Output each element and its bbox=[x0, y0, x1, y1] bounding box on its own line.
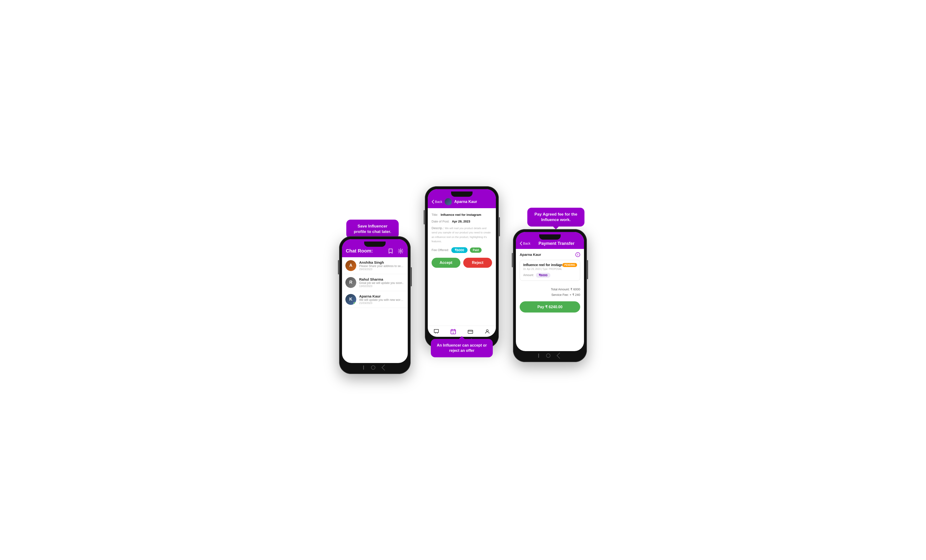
offer-title-field: Title: Influence reel for instagram bbox=[431, 212, 492, 217]
bubble-left: Save Influencer profile to chat later. bbox=[346, 219, 399, 239]
reject-button[interactable]: Reject bbox=[463, 258, 492, 268]
amount-row: Amount: ₹6000 bbox=[523, 273, 576, 278]
phone-notch-left bbox=[364, 242, 386, 247]
payment-body: Aparna Kaur i Influence reel for instagr… bbox=[516, 249, 584, 316]
settings-icon[interactable] bbox=[397, 248, 404, 254]
offer-date-field: Date of Post: Apr 29, 2023 bbox=[431, 219, 492, 223]
total-label: Total Amount: bbox=[551, 288, 570, 291]
chat-item-rahul[interactable]: R Rahul Sharma Great job we will update … bbox=[342, 274, 408, 291]
scene: Save Influencer profile to chat later. C… bbox=[296, 186, 630, 374]
chat-preview-aparna: We will update you with new work Soo... bbox=[359, 298, 404, 301]
date-value: Apr 29, 2023 bbox=[452, 219, 471, 223]
payment-user-row: Aparna Kaur i bbox=[520, 252, 580, 257]
paid-badge: Paid bbox=[470, 247, 481, 253]
bottom-indicator bbox=[363, 365, 364, 370]
title-value: Influence reel for instagram bbox=[440, 213, 481, 216]
info-icon[interactable]: i bbox=[575, 252, 580, 257]
close-icon[interactable]: × bbox=[556, 262, 558, 266]
bookmark-icon[interactable] bbox=[387, 248, 394, 254]
accept-button[interactable]: Accept bbox=[431, 258, 460, 268]
phone-left-bottom bbox=[342, 363, 408, 371]
offer-header-user: Aparna Kaur bbox=[454, 200, 492, 204]
payment-title: Payment Transfer bbox=[533, 241, 580, 246]
bubble-right: Pay Agreed fee for the Influence work. bbox=[527, 208, 584, 227]
service-fee-value: + ₹ 240 bbox=[569, 293, 580, 297]
phone-center-frame: Back Aparna Kaur Title: Influence reel f… bbox=[425, 186, 499, 348]
payment-user-name: Aparna Kaur bbox=[520, 253, 541, 257]
total-amount-row: Total Amount: ₹ 6000 bbox=[520, 286, 580, 292]
payment-summary: Total Amount: ₹ 6000 Service Fee: + ₹ 24… bbox=[520, 286, 580, 298]
offer-action-row: Accept Reject bbox=[431, 258, 492, 268]
chat-item-anshika[interactable]: A Anshika Singh Please Share your addres… bbox=[342, 257, 408, 274]
fee-label: Fee Offered: bbox=[431, 248, 449, 252]
pending-badge: PENDING bbox=[562, 263, 577, 267]
calendar-nav-icon[interactable]: 8 bbox=[450, 328, 457, 335]
online-indicator-aparna bbox=[353, 302, 356, 304]
chat-item-aparna[interactable]: K Aparna Kaur We will update you with ne… bbox=[342, 291, 408, 308]
amount-value: ₹6000 bbox=[536, 273, 551, 278]
chat-info-anshika: Anshika Singh Please Share your address … bbox=[359, 260, 404, 271]
bubble-center: An Influencer can accept or reject an of… bbox=[431, 339, 493, 357]
desc-label: Descrip.: bbox=[431, 226, 444, 230]
phone-center-column: Back Aparna Kaur Title: Influence reel f… bbox=[425, 186, 499, 355]
phone-notch-right bbox=[539, 235, 561, 240]
phone-left-frame: Chat Room: bbox=[339, 236, 411, 374]
chat-list: A Anshika Singh Please Share your addres… bbox=[342, 257, 408, 308]
date-label: Date of Post: bbox=[431, 219, 449, 223]
bottom-chevron bbox=[381, 365, 387, 371]
phone-right-bottom bbox=[516, 351, 584, 359]
payment-card: Influence reel for instagram PENDING Dt.… bbox=[520, 260, 580, 281]
chat-time-anshika: 29/03/2023 bbox=[359, 268, 404, 271]
svg-point-4 bbox=[486, 330, 488, 331]
service-fee-row: Service Fee: + ₹ 240 bbox=[520, 292, 580, 298]
chat-time-aparna: 21/03/2023 bbox=[359, 301, 404, 304]
fee-badge: ₹6000 bbox=[451, 247, 468, 253]
phone-right-screen: Back Payment Transfer Aparna Kaur i Infl… bbox=[516, 232, 584, 351]
service-fee-label: Service Fee: bbox=[551, 293, 569, 297]
svg-rect-3 bbox=[468, 330, 473, 333]
chat-nav-icon[interactable] bbox=[433, 328, 440, 335]
avatar-rahul: R bbox=[345, 277, 356, 288]
chat-preview-rahul: Great job we will update you soon.. bbox=[359, 281, 404, 285]
profile-nav-icon[interactable] bbox=[484, 328, 491, 335]
back-button-right[interactable]: Back bbox=[520, 242, 530, 245]
offer-body: Title: Influence reel for instagram Date… bbox=[428, 208, 496, 272]
avatar-aparna: K bbox=[345, 294, 356, 305]
bottom-circle-r bbox=[546, 354, 551, 358]
chat-name-aparna: Aparna Kaur bbox=[359, 294, 404, 298]
offer-desc-field: Descrip.: We will mail you product detai… bbox=[431, 226, 492, 244]
amount-label: Amount: bbox=[523, 274, 534, 277]
bottom-indicator-r bbox=[538, 354, 539, 358]
phone-right-column: Pay Agreed fee for the Influence work. B… bbox=[513, 205, 587, 362]
title-label: Title: bbox=[431, 213, 438, 216]
header-avatar-center bbox=[445, 198, 452, 205]
phone-left-column: Save Influencer profile to chat later. C… bbox=[339, 215, 411, 374]
back-button-center[interactable]: Back bbox=[431, 200, 442, 204]
back-label-right: Back bbox=[523, 242, 530, 245]
back-label-center: Back bbox=[435, 200, 442, 204]
header-icons bbox=[387, 248, 404, 254]
total-value: ₹ 6000 bbox=[570, 288, 580, 291]
svg-point-0 bbox=[400, 250, 401, 252]
payment-card-meta: Dt. Apr 29, 2023 | Type: PROPOSAL bbox=[523, 268, 576, 270]
phone-left-screen: Chat Room: bbox=[342, 239, 408, 363]
chat-name-anshika: Anshika Singh bbox=[359, 260, 404, 264]
chat-time-rahul: 13/02/2023 bbox=[359, 285, 404, 288]
svg-text:8: 8 bbox=[453, 332, 454, 334]
pay-button[interactable]: Pay ₹ 6240.00 bbox=[520, 301, 580, 313]
chat-preview-anshika: Please Share your address to send collab… bbox=[359, 264, 404, 268]
phone-notch-center bbox=[451, 192, 472, 197]
phone-center-screen: Back Aparna Kaur Title: Influence reel f… bbox=[428, 189, 496, 337]
chat-info-rahul: Rahul Sharma Great job we will update yo… bbox=[359, 277, 404, 288]
bottom-chevron-r bbox=[557, 353, 563, 359]
chat-info-aparna: Aparna Kaur We will update you with new … bbox=[359, 294, 404, 304]
chat-room-title: Chat Room: bbox=[346, 248, 373, 254]
phone-right-frame: Back Payment Transfer Aparna Kaur i Infl… bbox=[513, 229, 587, 362]
avatar-anshika: A bbox=[345, 260, 356, 271]
chat-name-rahul: Rahul Sharma bbox=[359, 277, 404, 281]
offer-fee-row: Fee Offered: ₹6000 Paid bbox=[431, 247, 492, 253]
wallet-nav-icon[interactable] bbox=[467, 328, 474, 335]
bottom-circle bbox=[371, 365, 375, 370]
